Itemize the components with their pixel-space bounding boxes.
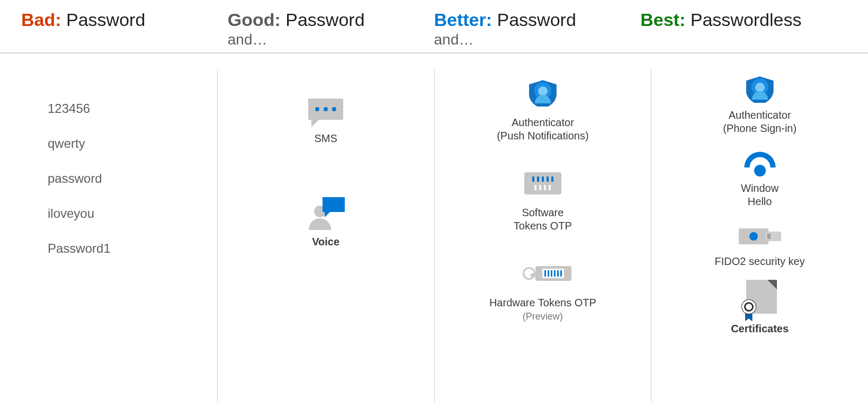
header-bad-title: Password (66, 10, 145, 30)
method-authenticator-signin: Authenticator (Phone Sign-in) (723, 75, 797, 135)
method-voice: Voice (305, 194, 347, 249)
header-best-title: Passwordless (691, 10, 802, 30)
header-good-title: Password (285, 10, 364, 30)
label-line: FIDO2 security key (715, 255, 805, 267)
body-columns: 123456 qwerty password iloveyou Password… (0, 54, 868, 402)
header-bad-prefix: Bad: (21, 10, 61, 30)
label-line: Hardware Tokens OTP (489, 297, 596, 308)
label-line: (Phone Sign-in) (723, 122, 797, 134)
header-good-prefix: Good: (228, 10, 281, 30)
column-bad: 123456 qwerty password iloveyou Password… (0, 69, 217, 402)
method-voice-label: Voice (312, 235, 339, 249)
certificate-icon (739, 281, 781, 318)
header-better-prefix: Better: (434, 10, 493, 30)
method-authenticator-signin-label: Authenticator (Phone Sign-in) (723, 109, 797, 135)
method-sms: SMS (305, 91, 347, 145)
label-line: Authenticator (512, 117, 574, 128)
authenticator-icon (739, 75, 781, 104)
method-certificates-label: Certificates (731, 322, 789, 335)
bad-password-example: 123456 (48, 101, 90, 116)
label-line: Tokens OTP (514, 220, 572, 232)
method-fido2-key-label: FIDO2 security key (715, 255, 805, 268)
method-windows-hello-label: Window Hello (741, 182, 778, 208)
header-good: Good: Password and… (228, 10, 434, 48)
column-good: SMS Voice (217, 69, 434, 402)
label-line: (Push Notifications) (497, 130, 588, 141)
header-better-title: Password (497, 10, 576, 30)
header-better-subtitle: and… (434, 31, 641, 48)
bad-password-example: iloveyou (48, 206, 94, 221)
header-bad: Bad: Password (21, 10, 228, 48)
fido2-key-icon (739, 221, 781, 251)
label-line: Certificates (731, 323, 789, 334)
header-good-subtitle: and… (228, 31, 434, 48)
method-fido2-key: FIDO2 security key (715, 221, 805, 268)
method-hardware-token: Hardware Tokens OTP (Preview) (489, 255, 596, 323)
software-token-icon (522, 165, 564, 202)
method-software-token-label: Software Tokens OTP (514, 206, 572, 233)
bad-password-example: password (48, 171, 102, 186)
voice-icon (305, 194, 347, 231)
header-better: Better: Password and… (434, 10, 641, 48)
auth-strength-comparison: Bad: Password Good: Password and… Better… (0, 0, 868, 407)
method-hardware-token-label: Hardware Tokens OTP (Preview) (489, 296, 596, 323)
method-authenticator-push-label: Authenticator (Push Notifications) (497, 116, 588, 143)
hardware-token-icon (522, 255, 564, 292)
method-software-token: Software Tokens OTP (514, 165, 572, 233)
label-sub: (Preview) (523, 311, 563, 322)
method-windows-hello: Window Hello (739, 148, 781, 208)
bad-password-example: Password1 (48, 241, 111, 256)
label-line: Software (522, 207, 563, 218)
header-best-prefix: Best: (640, 10, 685, 30)
header-best: Best: Passwordless (640, 10, 847, 48)
windows-hello-icon (739, 148, 781, 178)
method-authenticator-push: Authenticator (Push Notifications) (497, 75, 588, 143)
sms-icon (305, 91, 347, 128)
column-best: Authenticator (Phone Sign-in) Window Hel… (651, 69, 868, 402)
label-line: Authenticator (729, 109, 791, 121)
authenticator-icon (522, 75, 564, 112)
method-sms-label: SMS (314, 132, 337, 145)
label-line: Hello (748, 196, 772, 207)
column-better: Authenticator (Push Notifications) Softw… (434, 69, 651, 402)
header-row: Bad: Password Good: Password and… Better… (0, 0, 868, 54)
bad-password-example: qwerty (48, 136, 85, 151)
label-line: Window (741, 182, 778, 194)
method-certificates: Certificates (731, 281, 789, 335)
